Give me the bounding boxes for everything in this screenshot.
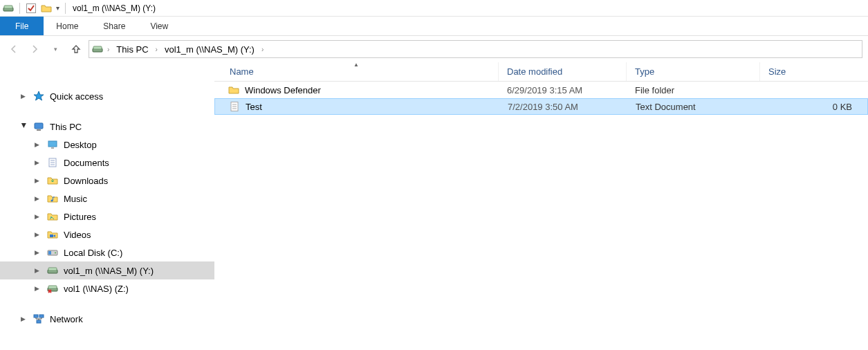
title-bar: ▾ vol1_m (\\NAS_M) (Y:) [0, 0, 868, 17]
music-icon [47, 193, 58, 204]
column-date[interactable]: Date modified [499, 62, 627, 81]
drive-icon [92, 44, 103, 55]
downloads-icon [47, 175, 58, 186]
file-row[interactable]: Test7/2/2019 3:50 AMText Document0 KB [214, 98, 868, 115]
address-bar[interactable]: › This PC › vol1_m (\\NAS_M) (Y:) › [89, 40, 862, 58]
file-type: File folder [627, 85, 760, 95]
column-label: Date modified [507, 66, 562, 77]
chevron-right-icon: ▶ [35, 231, 41, 238]
nav-label: Videos [64, 230, 91, 240]
nav-label: Documents [64, 158, 109, 168]
nav-item[interactable]: ▶Pictures [0, 208, 214, 225]
separator [65, 3, 66, 14]
sort-asc-icon: ▲ [353, 62, 359, 68]
nav-item[interactable]: ▶vol1 (\\NAS) (Z:) [0, 279, 214, 297]
column-name[interactable]: ▲ Name [214, 62, 499, 81]
tab-file[interactable]: File [0, 17, 44, 35]
nav-label: Downloads [64, 176, 108, 186]
checkbox-icon[interactable] [26, 3, 37, 14]
nav-item[interactable]: ▶vol1_m (\\NAS_M) (Y:) [0, 261, 214, 279]
folder-icon [228, 84, 239, 95]
column-headers: ▲ Name Date modified Type Size [214, 62, 868, 82]
chevron-right-icon: ▶ [35, 195, 41, 202]
file-name: Test [246, 102, 262, 112]
netdrive-x-icon [47, 283, 58, 294]
chevron-right-icon: ▶ [35, 141, 41, 148]
column-label: Size [768, 66, 786, 77]
file-row[interactable]: Windows Defender6/29/2019 3:15 AMFile fo… [214, 82, 868, 98]
svg-rect-20 [48, 268, 57, 270]
chevron-right-icon[interactable]: › [259, 46, 266, 53]
file-type: Text Document [627, 102, 761, 112]
nav-item[interactable]: ▶Music [0, 190, 214, 208]
nav-item[interactable]: ▶Desktop [0, 136, 214, 154]
chevron-right-icon: ▶ [35, 249, 41, 256]
svg-rect-18 [48, 251, 51, 255]
tab-view[interactable]: View [138, 17, 181, 35]
column-label: Type [635, 66, 654, 77]
pc-icon [33, 121, 44, 132]
documents-icon [47, 157, 58, 168]
file-name: Windows Defender [245, 85, 321, 95]
nav-item[interactable]: ▶Local Disk (C:) [0, 243, 214, 261]
chevron-right-icon: ▶ [35, 285, 41, 292]
nav-item[interactable]: ▶Videos [0, 225, 214, 243]
star-icon [33, 91, 44, 102]
navigation-pane: ▶ Quick access ▶ This PC ▶Desktop▶Docume… [0, 62, 214, 350]
breadcrumb-current[interactable]: vol1_m (\\NAS_M) (Y:) [162, 41, 257, 57]
svg-rect-4 [93, 46, 102, 49]
nav-item[interactable]: ▶Downloads [0, 172, 214, 190]
svg-rect-8 [51, 147, 54, 149]
svg-rect-5 [35, 123, 43, 129]
videos-icon [47, 229, 58, 240]
svg-rect-7 [48, 141, 57, 147]
nav-this-pc[interactable]: ▶ This PC [0, 118, 214, 136]
nav-label: vol1 (\\NAS) (Z:) [64, 284, 129, 294]
file-list: Windows Defender6/29/2019 3:15 AMFile fo… [214, 82, 868, 350]
column-size[interactable]: Size [760, 62, 868, 81]
svg-rect-6 [37, 129, 41, 131]
chevron-right-icon[interactable]: › [104, 46, 112, 53]
file-date: 6/29/2019 3:15 AM [499, 85, 627, 95]
svg-rect-24 [39, 315, 44, 317]
textfile-icon [229, 101, 240, 112]
nav-label: Network [50, 314, 83, 324]
separator [19, 3, 20, 14]
breadcrumb-this-pc[interactable]: This PC [113, 41, 151, 57]
disk-icon [47, 247, 58, 258]
address-row: ▾ › This PC › vol1_m (\\NAS_M) (Y:) › [0, 36, 868, 62]
nav-network[interactable]: ▶ Network [0, 310, 214, 328]
ribbon-tabs: File Home Share View [0, 17, 868, 36]
qat-dropdown-icon[interactable]: ▾ [56, 4, 59, 12]
recent-dropdown-icon[interactable]: ▾ [47, 41, 64, 57]
nav-label: Music [64, 194, 87, 204]
nav-label: vol1_m (\\NAS_M) (Y:) [64, 266, 154, 276]
file-date: 7/2/2019 3:50 AM [499, 102, 627, 112]
nav-label: Desktop [64, 140, 97, 150]
svg-point-17 [55, 252, 56, 254]
svg-rect-1 [4, 6, 12, 8]
nav-quick-access[interactable]: ▶ Quick access [0, 87, 214, 105]
chevron-right-icon[interactable]: › [153, 46, 160, 53]
svg-rect-25 [37, 320, 41, 323]
column-type[interactable]: Type [627, 62, 760, 81]
nav-item[interactable]: ▶Documents [0, 154, 214, 172]
tab-home[interactable]: Home [44, 17, 91, 35]
tab-share[interactable]: Share [91, 17, 138, 35]
forward-button[interactable] [26, 41, 43, 57]
chevron-right-icon: ▶ [35, 177, 41, 184]
main-area: ▶ Quick access ▶ This PC ▶Desktop▶Docume… [0, 62, 868, 350]
back-button[interactable] [6, 41, 22, 57]
up-button[interactable] [68, 41, 84, 57]
folder-small-icon[interactable] [41, 3, 52, 14]
desktop-icon [47, 139, 58, 150]
svg-rect-22 [48, 286, 57, 288]
network-icon [33, 313, 44, 324]
chevron-right-icon: ▶ [21, 93, 28, 100]
chevron-right-icon: ▶ [21, 315, 28, 322]
chevron-right-icon: ▶ [35, 213, 41, 220]
chevron-down-icon: ▶ [21, 123, 28, 130]
drive-icon [3, 3, 14, 14]
netdrive-icon [47, 265, 58, 276]
nav-label: Local Disk (C:) [64, 248, 122, 258]
